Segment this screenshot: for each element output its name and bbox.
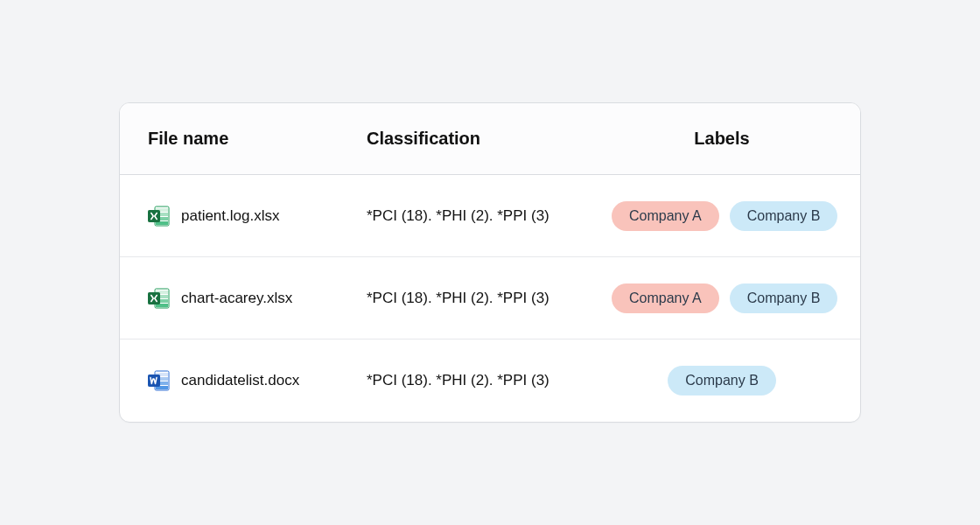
header-file-name: File name (148, 129, 367, 149)
header-labels: Labels (612, 129, 832, 149)
excel-icon (148, 205, 171, 228)
classification-text: *PCI (18). *PHI (2). *PPI (3) (367, 207, 612, 225)
label-pill[interactable]: Company A (612, 284, 719, 313)
labels-cell: Company A Company B (612, 284, 837, 313)
table-header-row: File name Classification Labels (120, 103, 860, 175)
labels-cell: Company B (612, 366, 832, 396)
file-name-text: chart-acarey.xlsx (181, 290, 292, 307)
labels-cell: Company A Company B (612, 201, 837, 231)
file-name-text: candidatelist.docx (181, 372, 299, 389)
label-pill[interactable]: Company B (730, 201, 838, 231)
file-name-text: patient.log.xlsx (181, 207, 279, 225)
word-icon (148, 369, 171, 392)
table-row[interactable]: chart-acarey.xlsx *PCI (18). *PHI (2). *… (120, 257, 860, 340)
table-row[interactable]: candidatelist.docx *PCI (18). *PHI (2). … (120, 340, 860, 422)
label-pill[interactable]: Company A (612, 201, 719, 231)
classification-text: *PCI (18). *PHI (2). *PPI (3) (367, 290, 612, 307)
label-pill[interactable]: Company B (668, 366, 776, 396)
label-pill[interactable]: Company B (730, 284, 838, 313)
excel-icon (148, 287, 171, 310)
file-cell: candidatelist.docx (148, 369, 367, 392)
table-row[interactable]: patient.log.xlsx *PCI (18). *PHI (2). *P… (120, 175, 860, 257)
file-table-card: File name Classification Labels patient.… (119, 102, 861, 423)
file-cell: chart-acarey.xlsx (148, 287, 367, 310)
file-cell: patient.log.xlsx (148, 205, 367, 228)
classification-text: *PCI (18). *PHI (2). *PPI (3) (367, 372, 612, 389)
header-classification: Classification (367, 129, 612, 149)
